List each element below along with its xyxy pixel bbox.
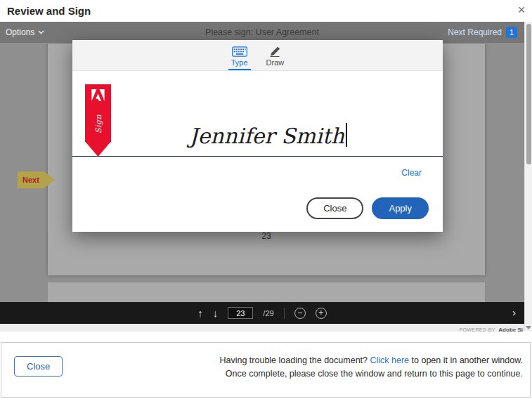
page-number-label: 23 <box>48 231 485 241</box>
next-required-control[interactable]: Next Required 1 <box>448 27 517 38</box>
click-here-link[interactable]: Click here <box>370 355 410 365</box>
total-pages-label: /29 <box>263 309 273 318</box>
document-next-page <box>48 282 485 302</box>
footer-help-line1: Having trouble loading the document? Cli… <box>219 354 523 367</box>
signature-dialog: Type Draw Sign <box>72 40 443 232</box>
signature-dialog-body: Sign Jennifer Smith Clear Close Apply <box>72 71 443 231</box>
clear-signature-link[interactable]: Clear <box>401 168 422 178</box>
pdf-pager-toolbar: ↑ ↓ /29 − + › <box>0 302 524 324</box>
window-title: Review and Sign <box>7 5 91 17</box>
adobe-sign-ribbon: Sign <box>85 84 111 157</box>
toolbar-right-chevron-icon[interactable]: › <box>512 306 516 318</box>
pen-icon <box>268 46 281 57</box>
powered-by-strip: POWERED BY Adobe Si <box>0 324 524 332</box>
tab-type[interactable]: Type <box>228 40 251 70</box>
scrollbar-thumb[interactable] <box>526 24 531 164</box>
typed-signature-field[interactable]: Jennifer Smith <box>115 123 422 148</box>
toolbar-divider <box>284 308 285 319</box>
options-label: Options <box>6 27 34 37</box>
help-line1-suffix: to open it in another window. <box>409 355 523 365</box>
next-page-icon[interactable]: ↓ <box>213 307 219 319</box>
footer-help-text: Having trouble loading the document? Cli… <box>219 354 523 381</box>
chevron-down-icon <box>38 30 44 34</box>
vertical-scrollbar[interactable] <box>524 22 532 331</box>
signature-baseline <box>72 156 443 157</box>
powered-by-label: POWERED BY <box>459 327 495 332</box>
apply-signature-button[interactable]: Apply <box>372 197 429 219</box>
help-line1-prefix: Having trouble loading the document? <box>219 355 370 365</box>
next-required-count-badge: 1 <box>506 27 517 38</box>
text-cursor <box>346 123 347 147</box>
previous-page-icon[interactable]: ↑ <box>197 307 203 319</box>
keyboard-icon <box>232 46 247 57</box>
adobe-sign-brand: Adobe Si <box>498 327 523 333</box>
dialog-close-button[interactable]: Close <box>306 197 363 219</box>
page-number-input[interactable] <box>228 307 253 319</box>
footer-close-button[interactable]: Close <box>14 356 63 377</box>
zoom-out-icon[interactable]: − <box>294 308 306 319</box>
tab-type-label: Type <box>231 58 248 67</box>
host-page-footer: Close Having trouble loading the documen… <box>1 342 531 398</box>
sign-prompt: Please sign: User Agreement <box>205 27 319 37</box>
options-menu[interactable]: Options <box>6 27 44 37</box>
ribbon-sign-label: Sign <box>93 115 103 133</box>
zoom-in-icon[interactable]: + <box>316 308 327 319</box>
adobe-logo-icon <box>91 89 105 101</box>
window-header: Review and Sign × <box>0 0 532 22</box>
scrollbar-down-arrow-icon[interactable] <box>526 326 531 329</box>
next-required-label: Next Required <box>448 27 502 37</box>
tab-draw-label: Draw <box>266 58 285 67</box>
dialog-actions: Close Apply <box>306 197 429 219</box>
signature-text: Jennifer Smith <box>189 124 344 148</box>
tab-draw[interactable]: Draw <box>264 40 287 70</box>
review-and-sign-window: Review and Sign × Options Please sign: U… <box>0 0 532 399</box>
close-icon[interactable]: × <box>514 3 528 18</box>
footer-help-line2: Once complete, please close the window a… <box>219 367 523 381</box>
signature-tabs: Type Draw <box>72 40 443 71</box>
